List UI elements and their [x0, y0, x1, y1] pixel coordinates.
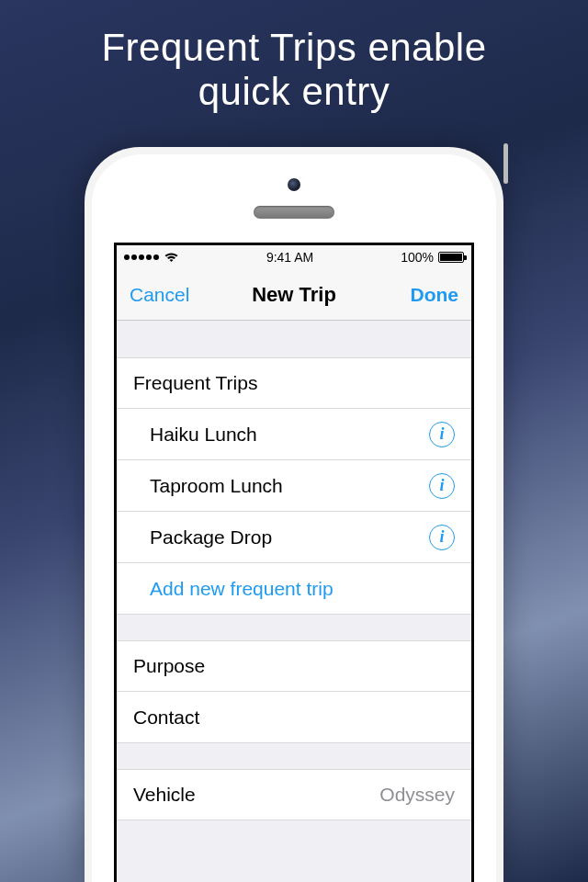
phone-camera: [288, 178, 300, 191]
contact-label: Contact: [133, 707, 455, 729]
phone-bezel: 9:41 AM 100% Cancel New Trip Done Freque: [92, 154, 496, 882]
status-bar: 9:41 AM 100%: [117, 245, 471, 269]
form-list: Frequent Trips Haiku Lunch i Taproom Lun…: [117, 321, 471, 820]
list-spacer: [117, 321, 471, 357]
done-button[interactable]: Done: [411, 284, 459, 306]
info-icon[interactable]: i: [429, 422, 455, 447]
frequent-trip-row[interactable]: Taproom Lunch i: [117, 460, 471, 512]
frequent-trips-header-cell[interactable]: Frequent Trips: [117, 357, 471, 409]
list-spacer: [117, 743, 471, 769]
vehicle-value: Odyssey: [379, 784, 455, 806]
frequent-trip-row[interactable]: Package Drop i: [117, 512, 471, 563]
frequent-trip-label: Haiku Lunch: [150, 424, 429, 446]
phone-frame: 9:41 AM 100% Cancel New Trip Done Freque: [85, 147, 503, 882]
battery-icon: [438, 252, 464, 263]
phone-speaker: [254, 206, 334, 219]
status-bar-left: [124, 252, 179, 263]
promo-line-1: Frequent Trips enable: [101, 26, 486, 69]
purpose-label: Purpose: [133, 655, 455, 677]
info-icon[interactable]: i: [429, 473, 455, 499]
nav-bar: Cancel New Trip Done: [117, 269, 471, 321]
wifi-icon: [164, 252, 179, 263]
list-spacer: [117, 615, 471, 640]
info-icon[interactable]: i: [429, 525, 455, 550]
add-frequent-trip-label: Add new frequent trip: [150, 578, 455, 600]
phone-side-button: [503, 143, 508, 184]
screen: 9:41 AM 100% Cancel New Trip Done Freque: [114, 243, 474, 882]
frequent-trip-label: Package Drop: [150, 526, 429, 548]
purpose-cell[interactable]: Purpose: [117, 640, 471, 692]
contact-cell[interactable]: Contact: [117, 692, 471, 743]
promo-headline: Frequent Trips enable quick entry: [0, 0, 588, 115]
frequent-trip-row[interactable]: Haiku Lunch i: [117, 409, 471, 460]
vehicle-label: Vehicle: [133, 784, 379, 806]
signal-strength-icon: [124, 254, 159, 260]
promo-line-2: quick entry: [198, 70, 390, 113]
frequent-trips-header-label: Frequent Trips: [133, 372, 455, 394]
cancel-button[interactable]: Cancel: [130, 284, 189, 306]
status-bar-right: 100%: [401, 250, 464, 265]
vehicle-cell[interactable]: Vehicle Odyssey: [117, 769, 471, 820]
frequent-trip-label: Taproom Lunch: [150, 475, 429, 497]
status-bar-time: 9:41 AM: [266, 250, 313, 265]
battery-percent: 100%: [401, 250, 434, 265]
add-frequent-trip-button[interactable]: Add new frequent trip: [117, 563, 471, 615]
